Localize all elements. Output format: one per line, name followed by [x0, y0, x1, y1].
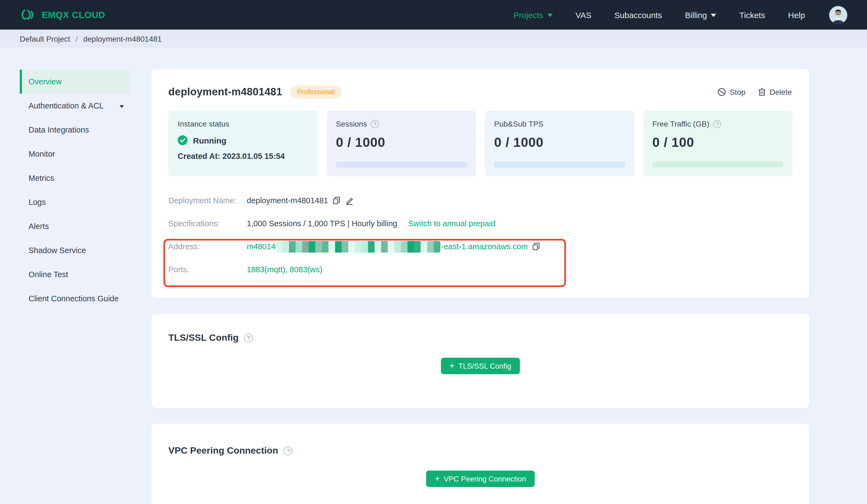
sidebar-item-alerts[interactable]: Alerts: [20, 214, 129, 238]
stop-icon: [717, 88, 726, 96]
sessions-card: Sessions ? 0 / 1000: [327, 111, 476, 176]
help-icon[interactable]: ?: [284, 447, 292, 455]
specifications-value: 1,000 Sessions / 1,000 TPS | Hourly bill…: [247, 219, 397, 228]
plus-icon: +: [435, 474, 440, 483]
created-at-text: Created At: 2023.01.05 15:54: [178, 152, 309, 161]
sessions-value: 0 / 1000: [336, 135, 467, 150]
address-redaction: [276, 241, 441, 252]
check-circle-icon: [178, 135, 188, 145]
specifications-label: Specifications:: [168, 219, 247, 228]
tps-label: Pub&Sub TPS: [494, 119, 544, 128]
help-icon[interactable]: ?: [371, 120, 379, 128]
address-label: Address:: [168, 242, 247, 251]
breadcrumb: Default Project / deployment-m4801481: [0, 30, 867, 48]
instance-status-value: Running: [178, 135, 309, 145]
sidebar-item-data-integrations[interactable]: Data Integrations: [20, 118, 129, 142]
edit-icon[interactable]: [345, 196, 354, 205]
add-vpc-peering-button[interactable]: + VPC Peering Connection: [426, 471, 535, 487]
help-icon[interactable]: ?: [713, 120, 721, 128]
vpc-peering-section-card: VPC Peering Connection ? + VPC Peering C…: [151, 424, 810, 504]
stop-button[interactable]: Stop: [717, 88, 746, 96]
top-navbar: EMQX CLOUD Projects VAS Subaccounts Bill…: [0, 0, 867, 30]
user-avatar[interactable]: [829, 6, 847, 24]
sidebar-item-online-test[interactable]: Online Test: [20, 262, 129, 286]
specifications-row: Specifications: 1,000 Sessions / 1,000 T…: [168, 212, 792, 235]
copy-icon[interactable]: [333, 196, 341, 205]
chevron-down-icon: [547, 14, 553, 17]
tls-ssl-section-card: TLS/SSL Config ? + TLS/SSL Config: [151, 314, 810, 408]
delete-button[interactable]: Delete: [758, 88, 792, 96]
sidebar-item-overview[interactable]: Overview: [20, 69, 129, 94]
breadcrumb-project[interactable]: Default Project: [20, 34, 70, 43]
deployment-details: Deployment Name: deployment-m4801481: [168, 189, 792, 281]
vpc-section-title: VPC Peering Connection: [168, 445, 278, 456]
chevron-down-icon: [711, 14, 716, 17]
deployment-header: deployment-m4801481 Professional Stop: [151, 69, 810, 99]
nav-item-subaccounts[interactable]: Subaccounts: [614, 10, 662, 20]
main-panel: deployment-m4801481 Professional Stop: [139, 48, 867, 504]
brand-name: EMQX CLOUD: [42, 10, 105, 20]
deployment-overview-card: deployment-m4801481 Professional Stop: [151, 69, 810, 298]
copy-icon[interactable]: [532, 242, 540, 251]
trash-icon: [758, 88, 766, 96]
breadcrumb-current: deployment-m4801481: [83, 34, 161, 43]
sidebar-item-logs[interactable]: Logs: [20, 190, 129, 214]
tps-progress-bar: [494, 162, 625, 168]
sessions-progress-bar: [336, 162, 467, 168]
nav-item-tickets[interactable]: Tickets: [739, 10, 765, 20]
ports-row: Ports: 1883(mqtt), 8083(ws): [168, 258, 792, 281]
status-cards: Instance status Running Created At: 2023…: [168, 111, 792, 176]
breadcrumb-separator: /: [76, 34, 78, 43]
app-viewport: EMQX CLOUD Projects VAS Subaccounts Bill…: [0, 0, 867, 504]
address-suffix: -east-1.amazonaws.com: [441, 242, 528, 251]
nav-item-vas[interactable]: VAS: [576, 10, 591, 20]
deployment-actions: Stop: [717, 88, 792, 96]
pubsub-tps-card: Pub&Sub TPS 0 / 1000: [485, 111, 634, 176]
deployment-name-label: Deployment Name:: [168, 196, 247, 205]
sidebar-item-client-connections-guide[interactable]: Client Connections Guide: [20, 286, 129, 311]
chevron-down-icon: [119, 105, 124, 108]
nav-item-help[interactable]: Help: [788, 10, 805, 20]
nav-menu: Projects VAS Subaccounts Billing Tickets…: [514, 6, 847, 24]
sidebar-item-authentication-acl[interactable]: Authentication & ACL: [20, 94, 129, 118]
tps-value: 0 / 1000: [494, 135, 625, 150]
deployment-name-value: deployment-m4801481: [247, 196, 328, 205]
add-tls-ssl-config-button[interactable]: + TLS/SSL Config: [441, 358, 520, 374]
nav-item-projects[interactable]: Projects: [514, 10, 553, 20]
ports-label: Ports:: [168, 265, 247, 274]
traffic-value: 0 / 100: [652, 135, 783, 150]
ports-value: 1883(mqtt), 8083(ws): [247, 265, 322, 274]
sidebar-nav: Overview Authentication & ACL Data Integ…: [0, 48, 139, 504]
brand-logo[interactable]: EMQX CLOUD: [20, 7, 105, 22]
content-area: Overview Authentication & ACL Data Integ…: [0, 48, 867, 504]
traffic-progress-bar: [652, 162, 783, 168]
nav-item-billing[interactable]: Billing: [685, 10, 716, 20]
deployment-name-row: Deployment Name: deployment-m4801481: [168, 189, 792, 212]
address-row: Address: m48014-east-1.amazonaws.com: [168, 235, 792, 258]
instance-status-label: Instance status: [178, 119, 309, 128]
sidebar-item-monitor[interactable]: Monitor: [20, 142, 129, 166]
free-traffic-card: Free Traffic (GB) ? 0 / 100: [643, 111, 792, 176]
address-prefix: m48014: [247, 242, 276, 251]
tls-section-title: TLS/SSL Config: [168, 332, 238, 343]
switch-annual-prepaid-link[interactable]: Switch to annual prepaid: [408, 219, 495, 228]
help-icon[interactable]: ?: [244, 333, 253, 342]
sidebar-item-shadow-service[interactable]: Shadow Service: [20, 238, 129, 262]
plus-icon: +: [449, 361, 454, 370]
sidebar-item-metrics[interactable]: Metrics: [20, 166, 129, 190]
sessions-label: Sessions: [336, 119, 367, 128]
traffic-label: Free Traffic (GB): [652, 119, 709, 128]
emqx-logo-icon: [20, 7, 35, 22]
deployment-title: deployment-m4801481: [168, 86, 282, 98]
plan-badge: Professional: [290, 86, 342, 99]
instance-status-card: Instance status Running Created At: 2023…: [168, 111, 318, 176]
